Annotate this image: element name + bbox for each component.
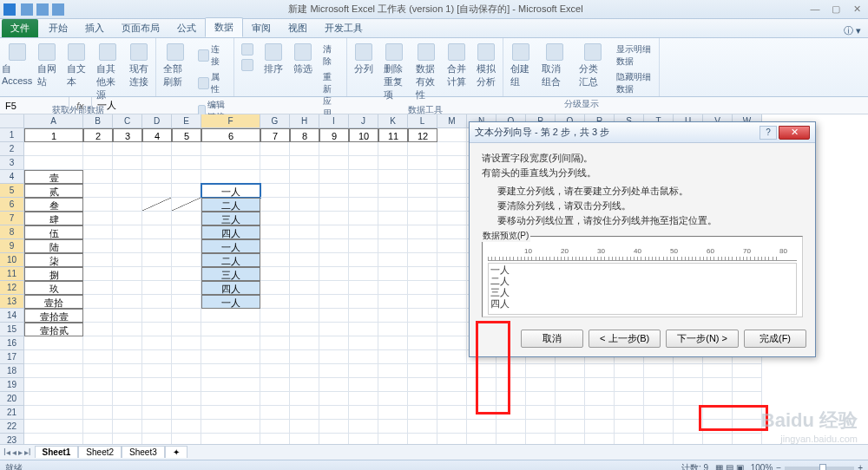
row-header[interactable]: 16 [0, 336, 24, 350]
cell[interactable]: 三人 [201, 212, 260, 225]
cell[interactable] [319, 364, 349, 378]
cell[interactable] [24, 156, 83, 170]
cell[interactable]: 9 [319, 128, 349, 142]
cell[interactable] [644, 378, 674, 392]
cell[interactable] [290, 253, 319, 267]
cell[interactable] [290, 156, 319, 170]
select-all-corner[interactable] [0, 114, 24, 128]
cell[interactable] [319, 239, 349, 253]
cell[interactable] [24, 378, 83, 392]
cell[interactable] [260, 295, 290, 309]
cell[interactable] [260, 198, 290, 212]
cell[interactable] [585, 420, 615, 434]
cell[interactable] [113, 198, 142, 212]
cell[interactable] [437, 212, 467, 225]
cell[interactable] [644, 364, 674, 378]
cell[interactable] [260, 323, 290, 336]
properties-button[interactable]: 属性 [194, 69, 230, 97]
cell[interactable] [496, 392, 526, 406]
column-header[interactable]: E [172, 114, 201, 128]
cell[interactable] [83, 350, 113, 364]
view-buttons[interactable]: ▦ ▤ ▣ [715, 463, 744, 470]
cell[interactable] [703, 434, 733, 444]
cell[interactable] [260, 239, 290, 253]
cell[interactable]: 玖 [24, 281, 83, 295]
cell[interactable] [674, 392, 703, 406]
cell[interactable] [349, 378, 378, 392]
cell[interactable] [349, 142, 378, 156]
cell[interactable] [172, 225, 201, 239]
cell[interactable] [201, 364, 260, 378]
cell[interactable] [496, 420, 526, 434]
cell[interactable] [408, 350, 437, 364]
cell[interactable] [201, 170, 260, 184]
cell[interactable] [319, 309, 349, 323]
cell[interactable] [556, 434, 585, 444]
cell[interactable] [349, 434, 378, 444]
cell[interactable] [290, 309, 319, 323]
reapply-button[interactable]: 重新应用 [319, 69, 343, 121]
cell[interactable] [674, 420, 703, 434]
row-header[interactable]: 22 [0, 420, 24, 434]
back-button[interactable]: < 上一步(B) [589, 330, 661, 348]
cell[interactable] [113, 364, 142, 378]
column-header[interactable]: F [201, 114, 260, 128]
cell[interactable] [526, 406, 556, 420]
sheet-tab[interactable]: Sheet2 [78, 446, 122, 458]
cell[interactable] [260, 364, 290, 378]
cell[interactable] [437, 434, 467, 444]
cell[interactable] [290, 142, 319, 156]
cell[interactable] [201, 309, 260, 323]
cell[interactable] [142, 336, 172, 350]
cell[interactable] [437, 336, 467, 350]
cell[interactable] [378, 184, 408, 198]
cell[interactable] [408, 212, 437, 225]
cell[interactable] [260, 281, 290, 295]
cell[interactable] [24, 364, 83, 378]
data-validation-button[interactable]: 数据有效性 [412, 42, 441, 103]
cell[interactable] [172, 170, 201, 184]
cell[interactable] [378, 170, 408, 184]
cell[interactable] [437, 142, 467, 156]
zoom-in-icon[interactable]: + [858, 463, 863, 470]
from-web-button[interactable]: 自网站 [34, 42, 60, 90]
cell[interactable] [496, 406, 526, 420]
cell[interactable] [83, 295, 113, 309]
cell[interactable] [408, 142, 437, 156]
cell[interactable] [113, 392, 142, 406]
cell[interactable] [172, 434, 201, 444]
cell[interactable]: 壹拾贰 [24, 323, 83, 336]
cell[interactable] [733, 378, 762, 392]
cell[interactable] [408, 336, 437, 350]
cell[interactable] [260, 156, 290, 170]
cell[interactable] [408, 156, 437, 170]
cell[interactable] [733, 434, 762, 444]
cell[interactable] [142, 142, 172, 156]
cell[interactable]: 2 [83, 128, 113, 142]
cell[interactable] [319, 156, 349, 170]
cell[interactable] [172, 253, 201, 267]
column-header[interactable]: C [113, 114, 142, 128]
cell[interactable] [290, 267, 319, 281]
cell[interactable] [437, 198, 467, 212]
maximize-button[interactable]: ▢ [828, 3, 844, 15]
cell[interactable] [349, 212, 378, 225]
cell[interactable] [644, 420, 674, 434]
cell[interactable] [408, 323, 437, 336]
column-header[interactable]: A [24, 114, 83, 128]
zoom-out-icon[interactable]: − [776, 463, 781, 470]
cell[interactable] [408, 253, 437, 267]
cell[interactable] [290, 239, 319, 253]
cell[interactable] [142, 198, 172, 212]
cell[interactable] [733, 420, 762, 434]
cell[interactable]: 7 [260, 128, 290, 142]
cell[interactable] [437, 364, 467, 378]
cell[interactable] [201, 392, 260, 406]
cell[interactable] [24, 336, 83, 350]
tab-home[interactable]: 开始 [40, 19, 76, 37]
cell[interactable] [378, 336, 408, 350]
cell[interactable] [437, 350, 467, 364]
cell[interactable] [437, 239, 467, 253]
cell[interactable] [437, 295, 467, 309]
row-header[interactable]: 1 [0, 128, 24, 142]
